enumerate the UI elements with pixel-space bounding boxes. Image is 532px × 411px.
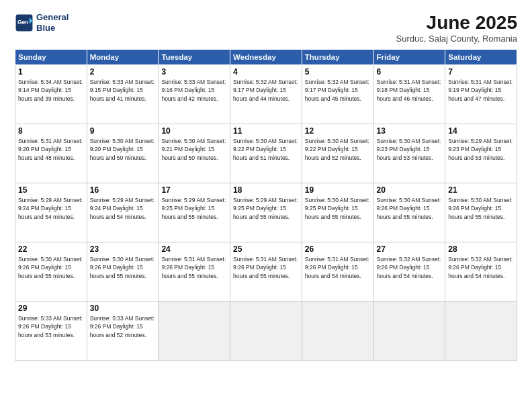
day-info: Sunrise: 5:30 AM Sunset: 9:23 PM Dayligh…	[377, 137, 443, 162]
day-info: Sunrise: 5:32 AM Sunset: 9:17 PM Dayligh…	[233, 78, 299, 103]
day-cell-15: 15Sunrise: 5:29 AM Sunset: 9:24 PM Dayli…	[15, 183, 87, 242]
day-info: Sunrise: 5:30 AM Sunset: 9:20 PM Dayligh…	[90, 137, 156, 162]
day-number: 22	[18, 244, 84, 254]
empty-cell	[159, 302, 230, 361]
day-cell-20: 20Sunrise: 5:30 AM Sunset: 9:26 PM Dayli…	[373, 183, 445, 242]
calendar-week-4: 22Sunrise: 5:30 AM Sunset: 9:26 PM Dayli…	[15, 242, 517, 302]
day-info: Sunrise: 5:33 AM Sunset: 9:16 PM Dayligh…	[161, 78, 227, 103]
day-info: Sunrise: 5:31 AM Sunset: 9:26 PM Dayligh…	[305, 255, 371, 280]
day-cell-21: 21Sunrise: 5:30 AM Sunset: 9:26 PM Dayli…	[445, 183, 517, 242]
day-number: 2	[90, 67, 156, 77]
weekday-header-sunday: Sunday	[15, 50, 87, 65]
day-number: 28	[448, 244, 514, 254]
day-cell-6: 6Sunrise: 5:31 AM Sunset: 9:18 PM Daylig…	[373, 65, 445, 124]
day-cell-5: 5Sunrise: 5:32 AM Sunset: 9:17 PM Daylig…	[302, 65, 373, 124]
day-cell-22: 22Sunrise: 5:30 AM Sunset: 9:26 PM Dayli…	[15, 242, 87, 302]
weekday-header-thursday: Thursday	[302, 50, 373, 65]
day-number: 11	[233, 126, 299, 136]
day-number: 26	[305, 244, 371, 254]
day-number: 15	[18, 185, 84, 195]
day-cell-2: 2Sunrise: 5:33 AM Sunset: 9:15 PM Daylig…	[87, 65, 159, 124]
day-info: Sunrise: 5:32 AM Sunset: 9:17 PM Dayligh…	[305, 78, 371, 103]
day-cell-30: 30Sunrise: 5:33 AM Sunset: 9:26 PM Dayli…	[87, 302, 159, 361]
day-number: 30	[90, 304, 156, 313]
day-cell-1: 1Sunrise: 5:34 AM Sunset: 9:14 PM Daylig…	[15, 65, 87, 124]
day-info: Sunrise: 5:29 AM Sunset: 9:25 PM Dayligh…	[161, 196, 227, 221]
day-number: 23	[90, 244, 156, 254]
day-info: Sunrise: 5:30 AM Sunset: 9:26 PM Dayligh…	[377, 196, 443, 221]
day-cell-19: 19Sunrise: 5:30 AM Sunset: 9:25 PM Dayli…	[302, 183, 373, 242]
calendar-week-3: 15Sunrise: 5:29 AM Sunset: 9:24 PM Dayli…	[15, 183, 517, 242]
day-cell-16: 16Sunrise: 5:29 AM Sunset: 9:24 PM Dayli…	[87, 183, 159, 242]
day-number: 13	[377, 126, 443, 136]
day-info: Sunrise: 5:29 AM Sunset: 9:24 PM Dayligh…	[18, 196, 84, 221]
weekday-header-wednesday: Wednesday	[230, 50, 302, 65]
calendar-week-1: 1Sunrise: 5:34 AM Sunset: 9:14 PM Daylig…	[15, 65, 517, 124]
day-cell-17: 17Sunrise: 5:29 AM Sunset: 9:25 PM Dayli…	[159, 183, 230, 242]
day-info: Sunrise: 5:33 AM Sunset: 9:26 PM Dayligh…	[90, 314, 156, 339]
day-cell-3: 3Sunrise: 5:33 AM Sunset: 9:16 PM Daylig…	[159, 65, 230, 124]
day-number: 27	[377, 244, 443, 254]
day-number: 24	[161, 244, 227, 254]
day-cell-12: 12Sunrise: 5:30 AM Sunset: 9:22 PM Dayli…	[302, 124, 373, 183]
day-number: 6	[377, 67, 443, 77]
day-cell-4: 4Sunrise: 5:32 AM Sunset: 9:17 PM Daylig…	[230, 65, 302, 124]
day-info: Sunrise: 5:34 AM Sunset: 9:14 PM Dayligh…	[18, 78, 84, 103]
day-number: 17	[161, 185, 227, 195]
day-number: 20	[377, 185, 443, 195]
calendar-body: 1Sunrise: 5:34 AM Sunset: 9:14 PM Daylig…	[15, 65, 517, 361]
day-number: 18	[233, 185, 299, 195]
day-info: Sunrise: 5:30 AM Sunset: 9:26 PM Dayligh…	[448, 196, 514, 221]
day-info: Sunrise: 5:30 AM Sunset: 9:25 PM Dayligh…	[305, 196, 371, 221]
day-number: 16	[90, 185, 156, 195]
weekday-header-saturday: Saturday	[445, 50, 517, 65]
calendar-header-row: SundayMondayTuesdayWednesdayThursdayFrid…	[15, 50, 517, 65]
day-info: Sunrise: 5:31 AM Sunset: 9:19 PM Dayligh…	[448, 78, 514, 103]
title-block: June 2025 Surduc, Salaj County, Romania	[396, 12, 517, 44]
day-number: 14	[448, 126, 514, 136]
day-number: 10	[161, 126, 227, 136]
weekday-header-monday: Monday	[87, 50, 159, 65]
calendar-table: SundayMondayTuesdayWednesdayThursdayFrid…	[15, 49, 517, 361]
weekday-header-tuesday: Tuesday	[159, 50, 230, 65]
day-number: 4	[233, 67, 299, 77]
day-number: 9	[90, 126, 156, 136]
calendar-week-5: 29Sunrise: 5:33 AM Sunset: 9:26 PM Dayli…	[15, 302, 517, 361]
day-info: Sunrise: 5:29 AM Sunset: 9:23 PM Dayligh…	[448, 137, 514, 162]
empty-cell	[230, 302, 302, 361]
empty-cell	[302, 302, 373, 361]
month-title: June 2025	[396, 12, 517, 34]
day-info: Sunrise: 5:29 AM Sunset: 9:24 PM Dayligh…	[90, 196, 156, 221]
day-number: 12	[305, 126, 371, 136]
day-cell-9: 9Sunrise: 5:30 AM Sunset: 9:20 PM Daylig…	[87, 124, 159, 183]
day-info: Sunrise: 5:31 AM Sunset: 9:26 PM Dayligh…	[161, 255, 227, 280]
day-info: Sunrise: 5:31 AM Sunset: 9:18 PM Dayligh…	[377, 78, 443, 103]
day-info: Sunrise: 5:32 AM Sunset: 9:26 PM Dayligh…	[448, 255, 514, 280]
day-info: Sunrise: 5:32 AM Sunset: 9:26 PM Dayligh…	[377, 255, 443, 280]
logo-icon: Gen	[15, 13, 34, 32]
day-info: Sunrise: 5:33 AM Sunset: 9:26 PM Dayligh…	[18, 314, 84, 339]
weekday-header-friday: Friday	[373, 50, 445, 65]
logo-text: General Blue	[36, 12, 69, 33]
day-number: 25	[233, 244, 299, 254]
day-number: 7	[448, 67, 514, 77]
page-header: Gen General Blue June 2025 Surduc, Salaj…	[15, 12, 517, 44]
day-cell-8: 8Sunrise: 5:31 AM Sunset: 9:20 PM Daylig…	[15, 124, 87, 183]
day-cell-14: 14Sunrise: 5:29 AM Sunset: 9:23 PM Dayli…	[445, 124, 517, 183]
day-cell-27: 27Sunrise: 5:32 AM Sunset: 9:26 PM Dayli…	[373, 242, 445, 302]
day-cell-18: 18Sunrise: 5:29 AM Sunset: 9:25 PM Dayli…	[230, 183, 302, 242]
day-number: 8	[18, 126, 84, 136]
logo: Gen General Blue	[15, 12, 69, 33]
day-info: Sunrise: 5:31 AM Sunset: 9:26 PM Dayligh…	[233, 255, 299, 280]
day-number: 21	[448, 185, 514, 195]
empty-cell	[373, 302, 445, 361]
day-number: 1	[18, 67, 84, 77]
day-cell-25: 25Sunrise: 5:31 AM Sunset: 9:26 PM Dayli…	[230, 242, 302, 302]
day-cell-23: 23Sunrise: 5:30 AM Sunset: 9:26 PM Dayli…	[87, 242, 159, 302]
day-cell-7: 7Sunrise: 5:31 AM Sunset: 9:19 PM Daylig…	[445, 65, 517, 124]
calendar-week-2: 8Sunrise: 5:31 AM Sunset: 9:20 PM Daylig…	[15, 124, 517, 183]
location-subtitle: Surduc, Salaj County, Romania	[396, 34, 517, 44]
day-cell-29: 29Sunrise: 5:33 AM Sunset: 9:26 PM Dayli…	[15, 302, 87, 361]
day-info: Sunrise: 5:29 AM Sunset: 9:25 PM Dayligh…	[233, 196, 299, 221]
day-cell-10: 10Sunrise: 5:30 AM Sunset: 9:21 PM Dayli…	[159, 124, 230, 183]
